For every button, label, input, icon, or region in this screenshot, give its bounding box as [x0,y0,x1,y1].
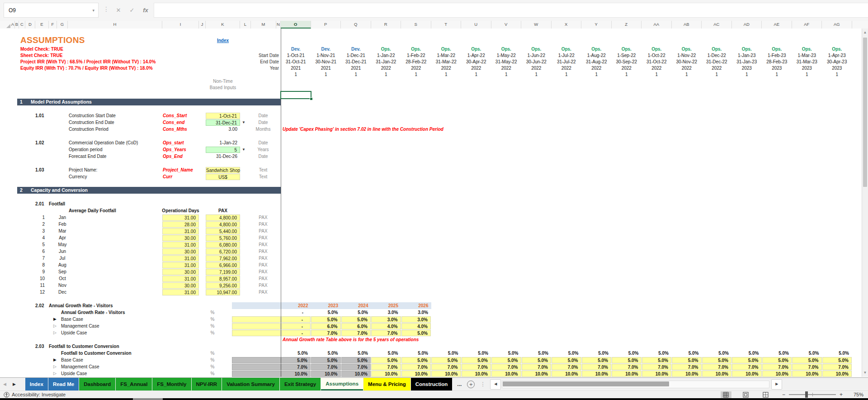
sheet-tab-construction[interactable]: Construction [411,378,453,390]
selected-cell[interactable] [280,91,311,99]
sheet-tab-dashboard[interactable]: Dashboard [79,378,115,390]
column-header-N[interactable]: N [276,21,281,29]
sheet-tab-exit-strategy[interactable]: Exit Strategy [280,378,321,390]
sheet-tab-fs-monthly[interactable]: FS_Monthly [152,378,191,390]
growth-input-cell[interactable]: 3.0% [371,316,401,323]
footfall-pax-input[interactable]: 9,256.00 [206,282,240,289]
footfall-pax-input[interactable]: 8,957.00 [206,276,240,282]
horizontal-scroll-thumb[interactable] [503,381,669,386]
accessibility-status[interactable]: Accessibility: Investigate [4,392,66,398]
conversion-input-cell[interactable]: 5.0% [462,357,491,363]
sheet-tab-valuation-summary[interactable]: Valuation Summary [222,378,279,390]
conversion-input-cell[interactable]: 10.0% [732,371,762,377]
conversion-input-cell[interactable]: 7.0% [822,364,852,370]
input-Ops_Years[interactable]: 5 [206,147,240,153]
conversion-input-cell[interactable]: 7.0% [281,364,311,370]
growth-input-cell[interactable]: - [281,316,311,323]
column-header-H[interactable]: H [68,21,162,29]
footfall-days-input[interactable]: 28.00 [162,221,199,228]
column-header-L[interactable]: L [240,21,251,29]
growth-input-cell[interactable]: 7.0% [341,330,371,336]
conversion-input-cell[interactable]: 5.0% [311,357,341,363]
tab-nav-right-icon[interactable]: ▶ [9,382,19,386]
column-header-E[interactable]: E [35,21,49,29]
column-header-Q[interactable]: Q [341,21,371,29]
conversion-input-cell[interactable]: 5.0% [371,357,401,363]
conversion-input-cell[interactable]: 10.0% [401,371,431,377]
conversion-input-cell[interactable]: 5.0% [672,357,702,363]
selection-fill-handle[interactable] [310,97,313,100]
footfall-pax-input[interactable]: 4,800.00 [206,221,240,228]
input-Project_Name[interactable]: Sandwhich Shop [206,167,240,173]
normal-view-button[interactable] [721,391,731,398]
hscroll-right-button[interactable]: ▶ [771,379,782,390]
conversion-input-cell[interactable]: 10.0% [371,371,401,377]
column-header-D[interactable]: D [25,21,35,29]
conversion-input-cell[interactable]: 7.0% [612,364,642,370]
column-header-G[interactable]: G [57,21,68,29]
input-Curr[interactable]: US$ [206,174,240,180]
formula-input[interactable] [154,3,868,18]
name-box-dropdown-icon[interactable]: ▾ [92,8,94,13]
footfall-days-input[interactable]: 31.00 [162,228,199,234]
column-header-V[interactable]: V [491,21,522,29]
sheet-tab-npv-irr[interactable]: NPV-IRR [192,378,222,390]
footfall-days-input[interactable]: 31.00 [162,289,199,295]
footfall-days-input[interactable]: 31.00 [162,262,199,268]
conversion-input-cell[interactable]: 10.0% [582,371,612,377]
conversion-input-cell[interactable]: 10.0% [702,371,732,377]
column-header-Z[interactable]: Z [612,21,642,29]
zoom-in-button[interactable]: + [836,391,846,398]
footfall-days-input[interactable]: 30.00 [162,235,199,241]
case-arrow-icon[interactable]: ▶ [53,357,60,363]
footfall-pax-input[interactable]: 6,966.00 [206,262,240,268]
footfall-days-input[interactable]: 30.00 [162,248,199,255]
growth-input-cell[interactable]: 5.0% [401,330,431,336]
conversion-input-cell[interactable]: 5.0% [341,357,371,363]
zoom-slider[interactable] [789,394,836,395]
column-header-P[interactable]: P [311,21,341,29]
conversion-input-cell[interactable]: 10.0% [341,371,371,377]
column-header-J[interactable]: J [199,21,206,29]
growth-input-cell[interactable]: 4.0% [371,323,401,329]
tab-overflow[interactable]: ... [457,381,462,387]
growth-input-cell[interactable]: 6.0% [341,323,371,329]
zoom-slider-thumb[interactable] [805,391,808,398]
conversion-input-cell[interactable]: 10.0% [642,371,672,377]
conversion-input-cell[interactable]: 7.0% [582,364,612,370]
vertical-scrollbar[interactable]: ▲ ▼ [862,29,868,377]
column-header-AE[interactable]: AE [762,21,792,29]
conversion-input-cell[interactable]: 5.0% [401,357,431,363]
conversion-input-cell[interactable]: 10.0% [491,371,521,377]
conversion-input-cell[interactable]: 7.0% [462,364,491,370]
column-header-AD[interactable]: AD [732,21,762,29]
vertical-scroll-thumb[interactable] [863,38,867,187]
footfall-days-input[interactable]: 31.00 [162,276,199,282]
conversion-input-cell[interactable]: 7.0% [522,364,552,370]
column-header-AC[interactable]: AC [702,21,732,29]
column-header-Y[interactable]: Y [581,21,612,29]
page-layout-view-button[interactable] [741,391,751,398]
conversion-input-cell[interactable]: 7.0% [311,364,341,370]
column-header-A[interactable]: A [11,21,15,29]
scroll-down-icon[interactable]: ▼ [862,369,868,376]
column-header-X[interactable]: X [552,21,582,29]
add-sheet-button[interactable]: + [467,381,475,388]
case-arrow-icon[interactable]: ▷ [53,323,60,329]
conversion-input-cell[interactable]: 7.0% [371,364,401,370]
enter-icon[interactable]: ✓ [126,3,138,18]
page-break-view-button[interactable] [760,391,771,398]
conversion-input-cell[interactable]: 10.0% [792,371,822,377]
case-arrow-icon[interactable]: ▷ [53,363,60,370]
zoom-level[interactable]: 75% [851,392,863,397]
conversion-input-cell[interactable]: 5.0% [491,357,521,363]
sheet-tab-assumptions[interactable]: Assumptions [321,378,363,390]
conversion-input-cell[interactable]: 5.0% [702,357,732,363]
conversion-input-cell[interactable]: 7.0% [401,364,431,370]
function-icon[interactable]: fx [139,3,152,18]
conversion-input-cell[interactable]: 10.0% [612,371,642,377]
conversion-input-cell[interactable]: 7.0% [702,364,732,370]
footfall-days-input[interactable]: 30.00 [162,282,199,289]
footfall-days-input[interactable]: 30.00 [162,269,199,275]
conversion-input-cell[interactable]: 7.0% [642,364,672,370]
